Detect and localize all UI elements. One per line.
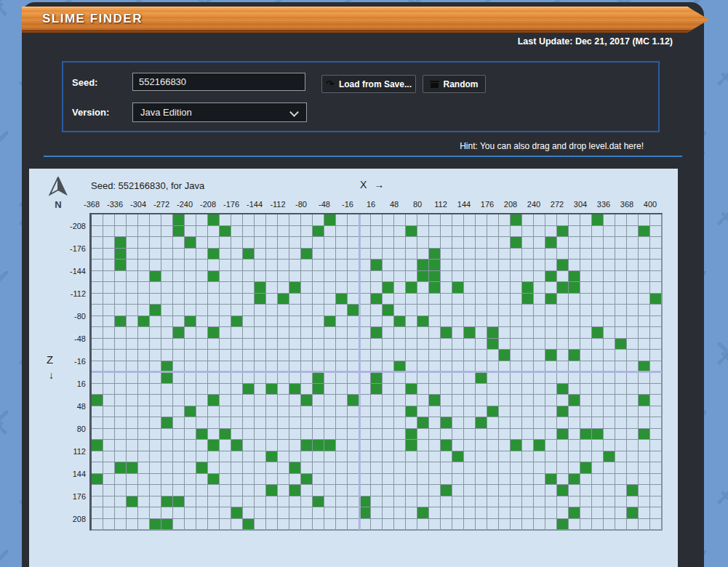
grid-cell: [569, 372, 580, 384]
version-select[interactable]: Java Edition: [132, 102, 307, 122]
grid-cell: [266, 361, 278, 373]
grid-cell: [313, 339, 324, 350]
x-tick-label: 272: [551, 200, 564, 209]
random-button[interactable]: Random: [423, 75, 486, 93]
slime-chunk-cell: [406, 406, 417, 418]
grid-cell: [185, 519, 196, 531]
grid-cell: [429, 226, 441, 238]
grid-cell: [115, 271, 127, 283]
grid-cell: [231, 462, 243, 474]
grid-cell: [243, 327, 255, 339]
grid-cell: [103, 474, 115, 486]
grid-cell: [138, 462, 150, 474]
grid-cell: [639, 271, 650, 283]
grid-cell: [592, 305, 604, 316]
slime-chunk-cell: [383, 282, 394, 294]
grid-cell: [348, 507, 359, 519]
slime-chunk-cell: [161, 361, 173, 373]
grid-cell: [569, 226, 580, 238]
grid-cell: [301, 316, 313, 328]
grid-cell: [522, 260, 534, 271]
slime-chunk-cell: [301, 395, 313, 406]
slime-chunk-cell: [557, 519, 569, 531]
grid-cell: [278, 214, 289, 226]
grid-cell: [196, 271, 208, 283]
grid-cell: [161, 485, 173, 496]
slime-chunk-cell: [255, 294, 266, 305]
z-tick-label: -48: [42, 334, 86, 343]
slime-chunk-cell: [580, 429, 592, 441]
grid-cell: [208, 417, 220, 429]
grid-cell: [394, 417, 406, 429]
slime-chunk-cell: [231, 507, 243, 519]
x-axis-arrow-icon: →: [374, 179, 384, 190]
slime-chunk-cell: [266, 451, 278, 463]
grid-cell: [266, 350, 278, 361]
slime-chunk-cell: [487, 406, 499, 418]
grid-cell: [161, 271, 173, 283]
grid-cell: [313, 507, 324, 519]
grid-cell: [394, 214, 406, 226]
grid-cell: [103, 417, 115, 429]
grid-cell: [289, 305, 301, 316]
grid-cell: [243, 350, 255, 361]
grid-cell: [441, 372, 452, 384]
slime-chunk-grid[interactable]: [89, 213, 663, 531]
grid-cell: [394, 496, 406, 508]
seed-input[interactable]: [132, 73, 305, 91]
z-tick-label: 208: [42, 515, 86, 523]
grid-cell: [452, 327, 464, 339]
grid-cell: [487, 474, 499, 486]
grid-cell: [592, 496, 604, 508]
grid-cell: [127, 361, 138, 373]
grid-cell: [127, 519, 138, 531]
grid-cell: [650, 519, 662, 531]
grid-cell: [243, 282, 255, 294]
slime-chunk-cell: [371, 372, 383, 384]
grid-cell: [220, 451, 231, 463]
grid-cell: [301, 305, 313, 316]
grid-cell: [313, 305, 324, 316]
grid-cell: [604, 429, 615, 441]
grid-cell: [371, 395, 383, 406]
grid-cell: [499, 316, 511, 328]
grid-cell: [324, 350, 336, 361]
grid-cell: [557, 462, 569, 474]
grid-cell: [150, 462, 161, 474]
sword-icon: [713, 58, 728, 90]
grid-cell: [150, 327, 161, 339]
load-from-save-button[interactable]: ↷ Load from Save...: [321, 75, 416, 93]
grid-cell: [464, 395, 476, 406]
grid-cell: [278, 440, 289, 451]
grid-cell: [522, 406, 534, 418]
grid-cell: [383, 226, 394, 238]
grid-cell: [511, 462, 522, 474]
grid-cell: [278, 429, 289, 441]
grid-cell: [592, 519, 604, 531]
grid-cell: [406, 305, 417, 316]
z-tick-label: 112: [42, 447, 86, 456]
grid-cell: [522, 485, 534, 496]
grid-cell: [266, 271, 278, 283]
grid-cell: [627, 417, 639, 429]
grid-cell: [604, 294, 615, 305]
grid-cell: [243, 440, 255, 451]
grid-cell: [255, 350, 266, 361]
grid-cell: [255, 361, 266, 373]
slime-chunk-cell: [452, 451, 464, 463]
grid-cell: [138, 226, 150, 238]
grid-cell: [301, 282, 313, 294]
grid-cell: [185, 429, 196, 441]
grid-cell: [429, 350, 441, 361]
grid-cell: [487, 260, 499, 271]
grid-cell: [464, 361, 476, 373]
z-tick-label: 144: [42, 470, 86, 478]
slime-chunk-cell: [150, 271, 161, 283]
grid-cell: [650, 271, 662, 283]
grid-cell: [429, 384, 441, 395]
grid-cell: [511, 294, 522, 305]
grid-cell: [336, 395, 348, 406]
grid-cell: [371, 226, 383, 238]
z-tick-label: 16: [42, 379, 86, 388]
grid-cell: [476, 519, 487, 531]
